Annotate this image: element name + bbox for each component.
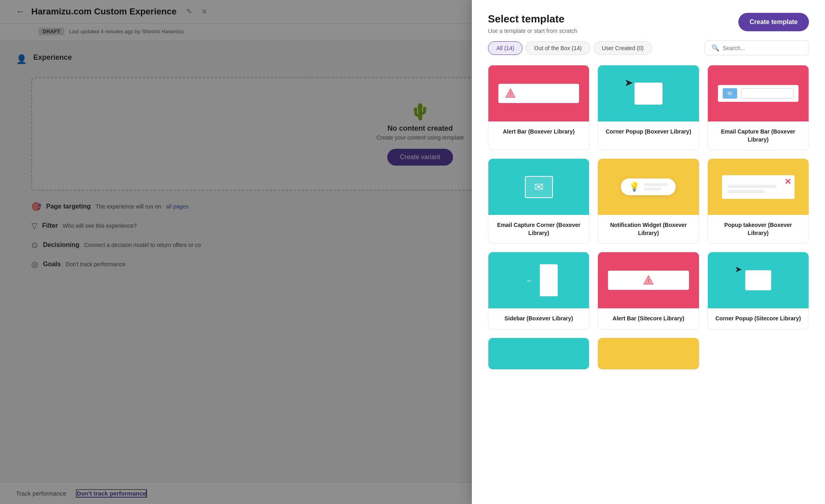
sidebar-illustration: ← — [520, 264, 558, 296]
template-preview: ✕ — [708, 159, 809, 215]
template-card-notification-widget-boxever[interactable]: 💡 Notification Widget (Boxever Library) — [597, 158, 699, 244]
template-card-alert-bar-sitecore[interactable]: ! Alert Bar (Sitecore Library) — [597, 252, 699, 330]
svg-text:!: ! — [648, 278, 649, 284]
search-input[interactable] — [723, 45, 802, 51]
bulb-icon: 💡 — [629, 182, 640, 192]
search-box[interactable]: 🔍 — [705, 40, 809, 55]
alert-bar-2-illustration: ! — [608, 271, 689, 290]
template-name: Email Capture Bar (Boxever Library) — [708, 121, 809, 150]
template-name: Corner Popup (Boxever Library) — [598, 121, 699, 142]
sidebar-right-panel — [540, 264, 558, 296]
template-card-email-capture-corner-boxever[interactable]: ✉ Email Capture Corner (Boxever Library) — [488, 158, 589, 244]
template-preview-partial-1 — [488, 338, 589, 370]
notif-widget-illustration: 💡 — [621, 178, 676, 195]
filter-tab-usercreated[interactable]: User Created (0) — [593, 41, 652, 55]
envelope-corner-icon: ✉ — [534, 180, 543, 194]
popup-close-icon: ✕ — [784, 177, 791, 186]
modal-subtitle: Use a template or start from scratch — [488, 28, 577, 34]
template-card-partial-1[interactable] — [488, 338, 589, 370]
template-preview: ← — [488, 252, 589, 308]
template-name: Sidebar (Boxever Library) — [488, 308, 589, 329]
svg-text:!: ! — [510, 91, 511, 97]
email-input-illustration — [741, 88, 794, 99]
template-name: Notification Widget (Boxever Library) — [598, 215, 699, 243]
modal-title: Select template — [488, 13, 577, 25]
template-preview: ➤ — [598, 65, 699, 121]
template-name: Alert Bar (Boxever Library) — [488, 121, 589, 142]
popup-takeover-illustration: ✕ — [722, 175, 795, 199]
envelope-icon: ✉ — [727, 90, 732, 97]
modal-header-left: Select template Use a template or start … — [488, 13, 577, 34]
template-card-popup-takeover-boxever[interactable]: ✕ Popup takeover (Boxever Library) — [707, 158, 809, 244]
email-capture-corner-illustration: ✉ — [525, 176, 553, 198]
template-name: Email Capture Corner (Boxever Library) — [488, 215, 589, 243]
filter-tabs: All (14) Out of the Box (14) User Create… — [488, 41, 652, 55]
alert-bar-illustration: ! — [498, 84, 579, 103]
filter-tab-outofbox[interactable]: Out of the Box (14) — [526, 41, 590, 55]
template-card-alert-bar-boxever[interactable]: ! Alert Bar (Boxever Library) — [488, 65, 589, 150]
sidebar-arrow-icon: ← — [526, 276, 534, 285]
corner-arrow-icon: ➤ — [624, 77, 633, 89]
corner-arrow-2-icon: ➤ — [735, 264, 742, 275]
alert-triangle-2-icon: ! — [643, 275, 654, 286]
template-name: Corner Popup (Sitecore Library) — [708, 308, 809, 329]
template-card-corner-popup-boxever[interactable]: ➤ Corner Popup (Boxever Library) — [597, 65, 699, 150]
filter-tab-all[interactable]: All (14) — [488, 41, 522, 55]
template-card-corner-popup-sitecore[interactable]: ➤ Corner Popup (Sitecore Library) — [707, 252, 809, 330]
select-template-modal: Select template Use a template or start … — [472, 0, 825, 504]
sidebar-left-panel: ← — [520, 264, 540, 296]
template-card-email-capture-bar-boxever[interactable]: ✉ Email Capture Bar (Boxever Library) — [707, 65, 809, 150]
search-icon: 🔍 — [711, 44, 719, 52]
template-preview: ! — [598, 252, 699, 308]
template-name: Popup takeover (Boxever Library) — [708, 215, 809, 243]
template-preview-partial-2 — [598, 338, 699, 370]
alert-triangle-icon: ! — [505, 88, 516, 99]
template-preview: ➤ — [708, 252, 809, 308]
template-card-partial-2[interactable] — [597, 338, 699, 370]
filters-row: All (14) Out of the Box (14) User Create… — [472, 40, 825, 62]
template-preview: ! — [488, 65, 589, 121]
template-preview: ✉ — [708, 65, 809, 121]
template-preview: 💡 — [598, 159, 699, 215]
create-template-button[interactable]: Create template — [738, 13, 809, 31]
template-card-sidebar-boxever[interactable]: ← Sidebar (Boxever Library) — [488, 252, 589, 330]
modal-header: Select template Use a template or start … — [472, 0, 825, 40]
template-name: Alert Bar (Sitecore Library) — [598, 308, 699, 329]
email-icon-box: ✉ — [723, 88, 737, 99]
templates-grid: ! Alert Bar (Boxever Library) ➤ Corner P… — [472, 62, 825, 504]
template-preview: ✉ — [488, 159, 589, 215]
email-bar-illustration: ✉ — [718, 85, 799, 102]
